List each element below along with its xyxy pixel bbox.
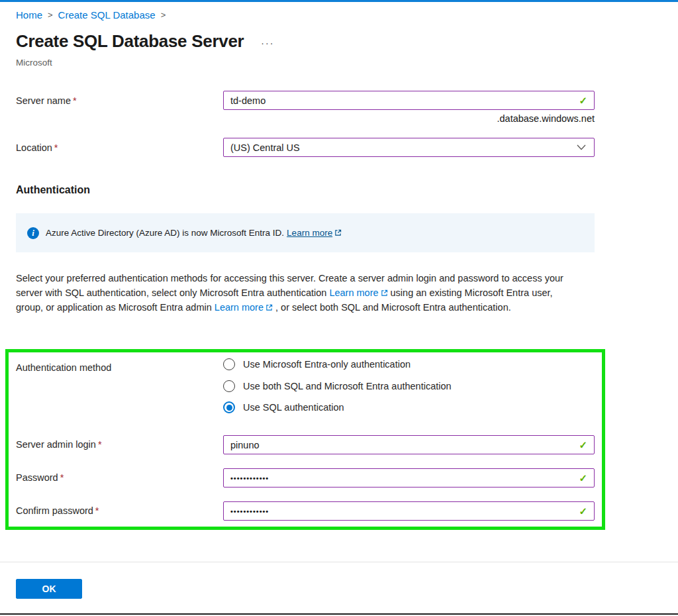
banner-learn-more-link[interactable]: Learn more [287, 228, 332, 238]
password-input[interactable] [223, 468, 595, 488]
breadcrumb-create-sql-database-link[interactable]: Create SQL Database [58, 9, 156, 21]
server-admin-login-input[interactable] [223, 435, 595, 454]
location-dropdown-value: (US) Central US [230, 142, 300, 153]
info-icon: i [27, 227, 39, 239]
external-link-icon [266, 304, 273, 311]
radio-dot [226, 405, 232, 411]
breadcrumb-separator: > [161, 10, 166, 20]
confirm-password-input[interactable] [223, 501, 595, 521]
top-accent-bar [0, 0, 678, 2]
required-asterisk: * [98, 439, 102, 450]
description-learn-more-link-1[interactable]: Learn more [329, 287, 378, 298]
footer-divider [0, 562, 678, 562]
confirm-password-label: Confirm password* [16, 505, 99, 516]
radio-label: Use both SQL and Microsoft Entra authent… [243, 381, 452, 391]
radio-button-selected-icon[interactable] [223, 401, 235, 413]
radio-label: Use Microsoft Entra-only authentication [243, 359, 411, 370]
breadcrumb: Home > Create SQL Database > [16, 9, 171, 21]
radio-sql-authentication[interactable]: Use SQL authentication [223, 401, 344, 413]
chevron-down-icon [577, 144, 586, 150]
authentication-description: Select your preferred authentication met… [16, 271, 575, 315]
location-label: Location* [16, 142, 58, 153]
page-title: Create SQL Database Server [16, 31, 244, 52]
required-asterisk: * [95, 505, 99, 516]
title-row: Create SQL Database Server ··· [16, 31, 274, 52]
server-name-suffix: .database.windows.net [223, 113, 595, 124]
required-asterisk: * [73, 95, 77, 106]
server-admin-login-field-wrapper: ✓ [223, 435, 595, 454]
confirm-password-field-wrapper: ✓ [223, 501, 595, 521]
required-asterisk: * [60, 472, 64, 483]
external-link-icon [381, 289, 388, 297]
create-sql-database-server-page: Home > Create SQL Database > Create SQL … [0, 0, 678, 616]
radio-label: Use SQL authentication [243, 402, 344, 413]
breadcrumb-separator: > [48, 10, 53, 20]
ok-button[interactable]: OK [16, 579, 82, 599]
server-name-label: Server name* [16, 95, 77, 106]
description-learn-more-link-2[interactable]: Learn more [215, 302, 264, 313]
banner-text: Azure Active Directory (Azure AD) is now… [46, 228, 342, 238]
publisher-label: Microsoft [16, 58, 52, 68]
authentication-method-label: Authentication method [16, 362, 111, 373]
password-label: Password* [16, 472, 64, 483]
entra-id-info-banner: i Azure Active Directory (Azure AD) is n… [16, 213, 595, 252]
bottom-border-line [0, 613, 678, 615]
breadcrumb-home-link[interactable]: Home [16, 9, 42, 21]
external-link-icon [334, 229, 342, 236]
required-asterisk: * [54, 142, 58, 153]
location-dropdown[interactable]: (US) Central US [223, 138, 595, 157]
radio-entra-only[interactable]: Use Microsoft Entra-only authentication [223, 358, 411, 370]
more-options-icon[interactable]: ··· [261, 36, 274, 48]
authentication-section-heading: Authentication [16, 184, 90, 196]
server-name-field-wrapper: ✓ [223, 91, 595, 110]
radio-button-icon[interactable] [223, 358, 235, 370]
password-field-wrapper: ✓ [223, 468, 595, 488]
radio-both-sql-entra[interactable]: Use both SQL and Microsoft Entra authent… [223, 380, 452, 392]
radio-button-icon[interactable] [223, 380, 235, 392]
server-name-input[interactable] [223, 91, 595, 110]
server-admin-login-label: Server admin login* [16, 439, 102, 450]
